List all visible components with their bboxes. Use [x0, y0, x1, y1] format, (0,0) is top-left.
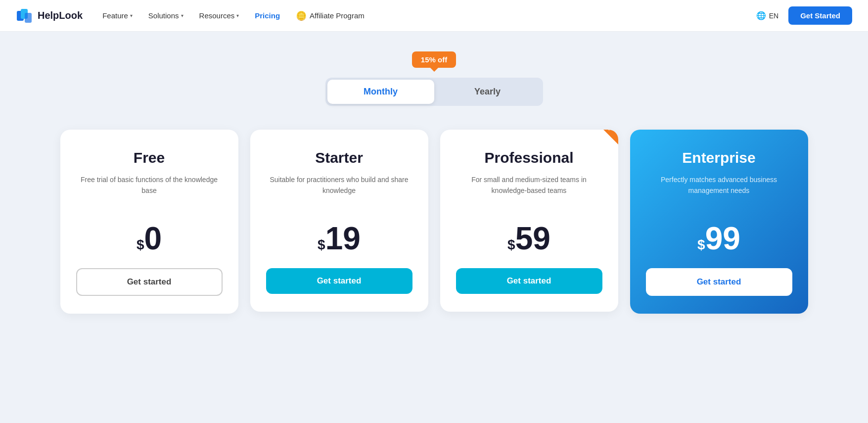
nav-feature[interactable]: Feature ▾	[102, 11, 133, 20]
free-plan-card: Free Free trial of basic functions of th…	[60, 130, 238, 314]
free-cta-button[interactable]: Get started	[76, 268, 223, 296]
nav-get-started-button[interactable]: Get Started	[788, 6, 852, 25]
chevron-down-icon: ▾	[130, 13, 133, 18]
nav-resources[interactable]: Resources ▾	[199, 11, 239, 20]
plan-price-professional: $ 59	[456, 223, 602, 254]
billing-toggle-wrapper: 15% off Monthly Yearly	[30, 51, 838, 106]
price-amount-starter: 19	[325, 223, 361, 254]
logo[interactable]: HelpLook	[16, 7, 83, 25]
billing-toggle: Monthly Yearly	[325, 78, 543, 106]
language-selector[interactable]: 🌐 EN	[756, 11, 778, 20]
price-dollar-professional: $	[507, 235, 515, 254]
price-dollar-starter: $	[318, 235, 325, 254]
svg-rect-2	[25, 13, 32, 23]
nav-links: Feature ▾ Solutions ▾ Resources ▾ Pricin…	[102, 10, 756, 21]
pricing-cards: Free Free trial of basic functions of th…	[30, 130, 838, 314]
globe-icon: 🌐	[756, 11, 766, 20]
price-amount-professional: 59	[515, 223, 550, 254]
monthly-toggle[interactable]: Monthly	[327, 80, 434, 104]
price-dollar-enterprise: $	[697, 235, 705, 254]
plan-name-enterprise: Enterprise	[646, 149, 792, 166]
starter-plan-card: Starter Suitable for practitioners who b…	[250, 130, 428, 312]
hot-badge-label: hot	[587, 130, 618, 145]
chevron-down-icon: ▾	[181, 13, 183, 18]
nav-pricing[interactable]: Pricing	[255, 11, 280, 20]
professional-plan-card: hot Professional For small and medium-si…	[440, 130, 618, 312]
plan-desc-enterprise: Perfectly matches advanced business mana…	[646, 174, 792, 209]
yearly-toggle[interactable]: Yearly	[434, 80, 541, 104]
plan-desc-professional: For small and medium-sized teams in know…	[456, 174, 602, 209]
main-content: 15% off Monthly Yearly Free Free trial o…	[0, 32, 868, 423]
enterprise-plan-card: Enterprise Perfectly matches advanced bu…	[630, 130, 808, 314]
nav-right: 🌐 EN Get Started	[756, 6, 852, 25]
plan-desc-free: Free trial of basic functions of the kno…	[76, 174, 223, 209]
coin-icon: 🪙	[296, 10, 307, 21]
starter-cta-button[interactable]: Get started	[266, 268, 412, 294]
plan-desc-starter: Suitable for practitioners who build and…	[266, 174, 412, 209]
plan-price-starter: $ 19	[266, 223, 412, 254]
plan-price-free: $ 0	[76, 223, 223, 254]
navbar: HelpLook Feature ▾ Solutions ▾ Resources…	[0, 0, 868, 32]
plan-price-enterprise: $ 99	[646, 223, 792, 254]
plan-name-starter: Starter	[266, 149, 412, 166]
logo-text: HelpLook	[38, 10, 83, 21]
price-dollar-free: $	[137, 235, 144, 254]
hot-badge: hot	[579, 130, 618, 169]
nav-affiliate[interactable]: 🪙 Affiliate Program	[296, 10, 365, 21]
professional-cta-button[interactable]: Get started	[456, 268, 602, 294]
plan-name-free: Free	[76, 149, 223, 166]
price-amount-free: 0	[144, 223, 162, 254]
nav-solutions[interactable]: Solutions ▾	[148, 11, 183, 20]
discount-badge: 15% off	[412, 51, 456, 68]
logo-icon	[16, 7, 34, 25]
enterprise-cta-button[interactable]: Get started	[646, 268, 792, 296]
price-amount-enterprise: 99	[705, 223, 740, 254]
chevron-down-icon: ▾	[236, 13, 239, 18]
